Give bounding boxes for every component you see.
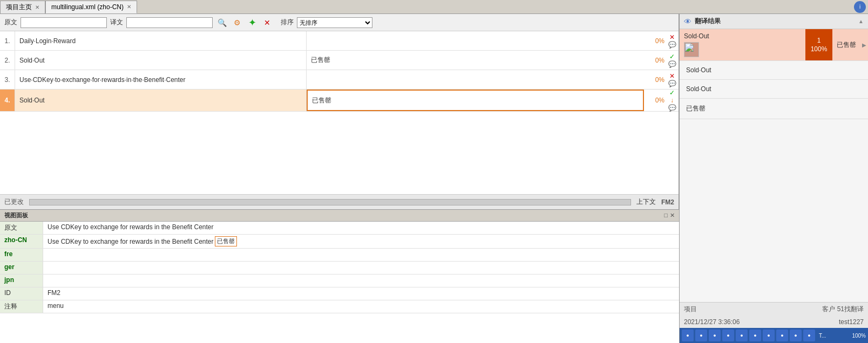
view-table-row: ger: [0, 262, 679, 275]
row-pct-3: 0%: [644, 70, 666, 89]
row-actions-3: ✕ 💬: [666, 70, 679, 89]
table-row: 3. Use·CDKey·to·exchange·for·rewards·in·…: [0, 70, 679, 90]
right-section-3: 已售罄: [680, 99, 868, 119]
tab-home-close[interactable]: ✕: [35, 4, 39, 10]
row-num-4: 4.: [0, 90, 15, 111]
clear-icon[interactable]: ✕: [261, 17, 273, 29]
table-row: 4. Sold·Out 已售罄 0% ✓ ↓ 💬: [0, 90, 679, 112]
tresult-avatar: [684, 42, 699, 57]
bottom-panel-title: 视图面板: [4, 211, 28, 219]
view-label-note: 注释: [0, 300, 43, 313]
row-translation-3[interactable]: [307, 70, 644, 89]
right-bottom-user: test1227: [839, 318, 864, 326]
view-value-id: FM2: [43, 287, 679, 300]
right-panel: 👁 翻译结果 ▲ Sold·Out 1 100% 已售罄 ▶ Sold·Out: [679, 14, 868, 343]
sort-select[interactable]: 无排序: [297, 17, 372, 28]
tab-bar: 项目主页 ✕ multilingual.xml (zho-CN) ✕ i: [0, 0, 868, 14]
search-icon[interactable]: 🔍: [216, 17, 228, 29]
row-translation-1[interactable]: [307, 31, 644, 50]
row-source-4: Sold·Out: [15, 90, 307, 111]
row-action-comment-1[interactable]: 💬: [668, 42, 676, 48]
row-action-error-1[interactable]: ✕: [669, 34, 675, 40]
taskbar-item-9[interactable]: ●: [790, 330, 802, 341]
row-source-3: Use·CDKey·to·exchange·for·rewards·in·the…: [15, 70, 307, 89]
view-table-row: jpn: [0, 275, 679, 287]
status-progress: [29, 199, 631, 205]
taskbar-pct: 100%: [852, 333, 866, 339]
view-value-note: menu: [43, 300, 679, 313]
row-num-2: 2.: [0, 51, 15, 70]
right-bottom-client: 客户 51找翻译: [822, 305, 864, 314]
panel-restore-btn[interactable]: □: [664, 212, 668, 219]
right-panel-title: 翻译结果: [695, 17, 721, 26]
taskbar-item-10[interactable]: ●: [803, 330, 815, 341]
status-modified: 已更改: [4, 197, 24, 207]
view-table-row: fre: [0, 249, 679, 262]
row-action-error-3[interactable]: ✕: [669, 73, 675, 79]
eye-icon: 👁: [684, 17, 691, 26]
right-bottom: 项目 客户 51找翻译 2021/12/27 3:36:06 test1227 …: [680, 302, 868, 343]
row-pct-2: 0%: [644, 51, 666, 70]
panel-close-btn[interactable]: ✕: [670, 212, 675, 219]
left-area: 原文 译文 🔍 ⚙ ✦ ✕ 排序 无排序 1.: [0, 14, 679, 343]
translation-input[interactable]: [126, 17, 213, 28]
row-source-1: Daily·Login·Reward: [15, 31, 307, 50]
status-bar: 已更改 上下文 FM2: [0, 194, 679, 209]
taskbar-item-2[interactable]: ●: [695, 330, 707, 341]
table-row: 1. Daily·Login·Reward 0% ✕ 💬: [0, 31, 679, 51]
right-panel-collapse[interactable]: ▲: [858, 18, 864, 24]
row-action-comment-3[interactable]: 💬: [668, 80, 676, 87]
settings-icon[interactable]: ⚙: [231, 17, 243, 29]
tresult-translation: 已售罄: [832, 29, 860, 60]
source-label: 原文: [4, 18, 17, 27]
view-value-zhocn: Use CDKey to exchange for rewards in the…: [43, 235, 679, 248]
view-table: 原文 Use CDKey to exchange for rewards in …: [0, 222, 679, 343]
table-row: 2. Sold·Out 已售罄 0% ✓ 💬: [0, 51, 679, 70]
right-scroll-arrow[interactable]: ▶: [860, 29, 868, 60]
tab-multilingual[interactable]: multilingual.xml (zho-CN) ✕: [45, 1, 137, 13]
row-action-comment-2[interactable]: 💬: [668, 61, 676, 67]
right-bottom-project: 项目: [684, 305, 697, 314]
view-value-fre: [43, 249, 679, 261]
tab-multilingual-close[interactable]: ✕: [127, 4, 131, 10]
taskbar-item-6[interactable]: ●: [749, 330, 761, 341]
row-translation-4[interactable]: 已售罄: [307, 90, 644, 111]
view-table-row: ID FM2: [0, 287, 679, 300]
taskbar-item-3[interactable]: ●: [709, 330, 721, 341]
taskbar-label: T...: [819, 333, 826, 339]
tab-multilingual-label: multilingual.xml (zho-CN): [51, 3, 124, 11]
row-action-ok-2[interactable]: ✓: [669, 53, 675, 60]
row-translation-2[interactable]: 已售罄: [307, 51, 644, 70]
toolbar: 原文 译文 🔍 ⚙ ✦ ✕ 排序 无排序: [0, 14, 679, 31]
row-action-down-4[interactable]: ↓: [670, 97, 674, 104]
taskbar-item-7[interactable]: ●: [763, 330, 775, 341]
view-label-source: 原文: [0, 222, 43, 234]
view-label-id: ID: [0, 287, 43, 300]
view-label-fre: fre: [0, 249, 43, 261]
add-icon[interactable]: ✦: [246, 17, 258, 29]
source-input[interactable]: [21, 17, 107, 28]
right-panel-header: 👁 翻译结果 ▲: [680, 14, 868, 29]
row-action-ok-4[interactable]: ✓: [669, 90, 675, 96]
taskbar-item-4[interactable]: ●: [722, 330, 734, 341]
row-actions-4: ✓ ↓ 💬: [666, 90, 679, 111]
tresult-source-area: Sold·Out: [680, 29, 805, 60]
row-source-2: Sold·Out: [15, 51, 307, 70]
bottom-panel: 视图面板 □ ✕ 原文 Use CDKey to exchange for re…: [0, 209, 679, 343]
bottom-panel-header: 视图面板 □ ✕: [0, 210, 679, 222]
row-action-comment-4[interactable]: 💬: [668, 105, 676, 111]
view-value-ger: [43, 262, 679, 274]
inline-edit-zhocn[interactable]: 已售罄: [215, 236, 237, 246]
taskbar-item-5[interactable]: ●: [736, 330, 748, 341]
taskbar-item-8[interactable]: ●: [776, 330, 788, 341]
tab-home[interactable]: 项目主页 ✕: [0, 1, 45, 13]
taskbar-item-1[interactable]: ●: [682, 330, 694, 341]
row-num-3: 3.: [0, 70, 15, 89]
corner-info-button[interactable]: i: [854, 1, 866, 13]
right-section-2: Sold·Out: [680, 80, 868, 99]
right-section-1: Sold·Out: [680, 61, 868, 80]
tab-home-label: 项目主页: [6, 3, 32, 12]
strings-table: 1. Daily·Login·Reward 0% ✕ 💬: [0, 31, 679, 194]
view-table-row: 注释 menu: [0, 300, 679, 313]
tresult-badge-num: 1: [817, 37, 821, 44]
